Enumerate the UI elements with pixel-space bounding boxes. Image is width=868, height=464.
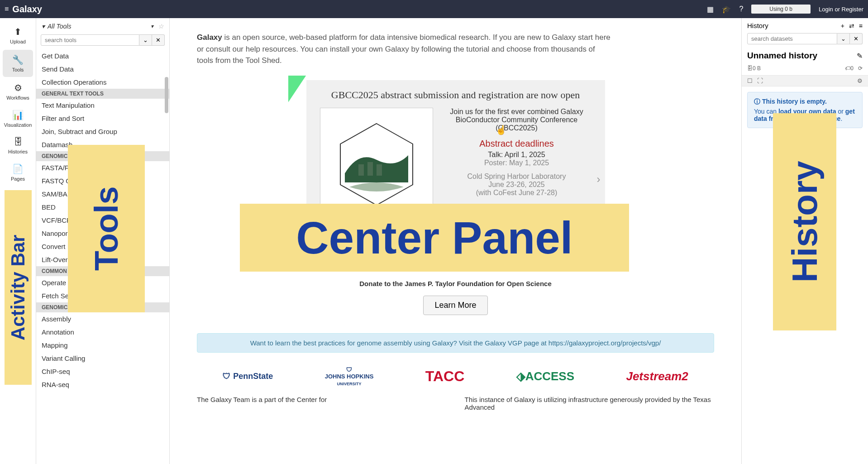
logo-pennstate: 🛡 PennState [223, 372, 273, 381]
history-search-input[interactable] [747, 33, 837, 44]
news-carousel: GBCC2025 abstract submission and registr… [306, 80, 605, 266]
select-all-checkbox[interactable]: ☐ [747, 77, 753, 84]
tools-header-label: All Tools [48, 23, 71, 30]
tool-item[interactable]: Collection Operations [36, 76, 169, 89]
load-data-link[interactable]: load your own data [778, 108, 836, 115]
chart-icon: 📊 [12, 110, 24, 120]
tool-item[interactable]: FASTQ Quality Control [36, 174, 169, 187]
quota-indicator: Using 0 b [751, 5, 811, 14]
tool-item[interactable]: Text Manipulation [36, 99, 169, 112]
activity-histories[interactable]: 🗄 Histories [0, 132, 36, 159]
tool-item[interactable]: Lift-Over [36, 253, 169, 266]
pages-icon: 📄 [12, 163, 24, 174]
svg-rect-3 [377, 164, 382, 176]
activity-tools[interactable]: 🔧 Tools [3, 50, 33, 77]
deadline-talk: Talk: April 1, 2025 [442, 151, 591, 159]
tool-item[interactable]: Send Data [36, 62, 169, 76]
edit-history-icon[interactable]: ✎ [857, 52, 863, 60]
activity-label: Histories [8, 149, 28, 154]
new-history-icon[interactable]: + [841, 22, 844, 29]
expand-icon[interactable]: ⛶ [757, 77, 763, 84]
tool-item[interactable]: ChIP-seq [36, 365, 169, 378]
refresh-icon[interactable]: ⟳ [858, 65, 863, 72]
scrollbar-thumb[interactable] [165, 77, 168, 113]
carousel-dots[interactable]: — — — — [320, 243, 591, 253]
carousel-subtitle: Join us for the first ever combined Gala… [442, 108, 591, 132]
tool-item[interactable]: Annotation [36, 325, 169, 339]
logo-jhu: 🛡JOHNS HOPKINSUNIVERSITY [325, 366, 374, 387]
intro-text: Galaxy is an open source, web-based plat… [197, 32, 613, 67]
caret-down-icon[interactable]: ▾ [151, 23, 153, 29]
tool-item[interactable]: RNA-seq [36, 378, 169, 391]
tool-item[interactable]: Convert Formats [36, 240, 169, 253]
help-icon[interactable]: ? [739, 5, 743, 13]
activity-label: Pages [11, 176, 25, 182]
activity-visualization[interactable]: 📊 Visualization [0, 105, 36, 132]
carousel-next-icon[interactable]: › [597, 173, 601, 186]
tool-item[interactable]: Fetch Sequences/Alignments [36, 289, 169, 302]
venue-line-1: Cold Spring Harbor Laboratory [442, 172, 591, 181]
search-clear-button[interactable]: ✕ [152, 34, 165, 46]
venue-line-3: (with CoFest June 27-28) [442, 189, 591, 197]
tag-icon[interactable]: 🏷 [845, 65, 850, 72]
star-icon[interactable]: ☆ [158, 23, 164, 30]
footer-col-1: The Galaxy Team is a part of the Center … [197, 396, 447, 411]
tool-item[interactable]: Get Data [36, 49, 169, 62]
tool-section-header: GENERAL TEXT TOOLS [36, 89, 169, 99]
tools-panel: ▾ All Tools ▾ ☆ ⌄ ✕ Get DataSend DataCol… [36, 18, 170, 464]
deadline-header: Abstract deadlines [442, 139, 591, 149]
activity-pages[interactable]: 📄 Pages [0, 159, 36, 186]
tool-item[interactable]: Filter and Sort [36, 112, 169, 125]
cursor-icon: ☝ [496, 124, 507, 135]
switch-history-icon[interactable]: ⇄ [849, 22, 854, 29]
grid-icon[interactable]: ▦ [707, 5, 714, 14]
tool-item[interactable]: SAM/BAM [36, 187, 169, 201]
logo-access: ⬗ACCESS [516, 369, 574, 383]
tool-item[interactable]: Join, Subtract and Group [36, 125, 169, 138]
tools-panel-header[interactable]: ▾ All Tools ▾ ☆ [36, 18, 169, 33]
intro-rest: is an open source, web-based platform fo… [197, 33, 610, 65]
carousel-image [320, 108, 433, 221]
tool-section-header: GENOMIC FILE MANIPULATION [36, 151, 169, 161]
login-register-link[interactable]: Login or Register [819, 6, 863, 13]
tool-item[interactable]: BED [36, 201, 169, 214]
logo-tacc: TACC [425, 368, 465, 385]
activity-workflows[interactable]: ⚙ Workflows [0, 78, 36, 105]
activity-label: Workflows [6, 95, 29, 100]
vgp-info-banner[interactable]: Want to learn the best practices for gen… [197, 333, 714, 353]
activity-upload[interactable]: ⬆ Upload [0, 22, 36, 49]
footer-col-2: This instance of Galaxy is utilizing inf… [465, 396, 715, 411]
carousel-footer: See GBCC2025.org for more information an… [320, 230, 591, 239]
info-icon: ⓘ [754, 98, 762, 105]
logo-jetstream: Jetstream2 [626, 369, 688, 383]
graduation-cap-icon[interactable]: 🎓 [722, 5, 731, 14]
history-settings-icon[interactable]: ⚙ [857, 77, 863, 84]
history-size: 0 B [753, 65, 761, 72]
history-search-clear-button[interactable]: ✕ [850, 33, 863, 44]
upload-icon: ⬆ [14, 26, 22, 37]
tool-item[interactable]: Mapping [36, 339, 169, 352]
tool-item[interactable]: Datamash [36, 138, 169, 151]
tool-item[interactable]: Variant Calling [36, 352, 169, 365]
learn-more-button[interactable]: Learn More [423, 296, 487, 315]
tool-search-input[interactable] [41, 34, 139, 46]
history-name[interactable]: Unnamed history [747, 51, 857, 61]
tool-item[interactable]: Nanopore [36, 227, 169, 240]
workflow-icon: ⚙ [14, 82, 22, 93]
search-expand-button[interactable]: ⌄ [139, 34, 152, 46]
wrench-icon: 🔧 [12, 54, 24, 65]
tool-item[interactable]: Assembly [36, 312, 169, 325]
history-options-icon[interactable]: ≡ [859, 22, 863, 29]
top-navbar: ≡ Galaxy ▦ 🎓 ? Using 0 b Login or Regist… [0, 0, 868, 18]
tool-list[interactable]: Get DataSend DataCollection OperationsGE… [36, 49, 169, 464]
carousel-title: GBCC2025 abstract submission and registr… [320, 89, 591, 101]
tool-section-header: GENOMICS ANALYSIS [36, 302, 169, 312]
tool-item[interactable]: VCF/BCF [36, 214, 169, 227]
history-search-expand-button[interactable]: ⌄ [837, 33, 850, 44]
tool-item[interactable]: FASTA/FASTQ [36, 161, 169, 174]
tool-section-header: COMMON GENOMICS TOOLS [36, 266, 169, 276]
brand[interactable]: ≡ Galaxy [5, 4, 42, 14]
history-panel: History + ⇄ ≡ ⌄ ✕ Unnamed history ✎ 🗄 0 … [741, 18, 868, 464]
tool-item[interactable]: Operate on Genomic Intervals [36, 276, 169, 289]
deadline-poster: Poster: May 1, 2025 [442, 159, 591, 167]
